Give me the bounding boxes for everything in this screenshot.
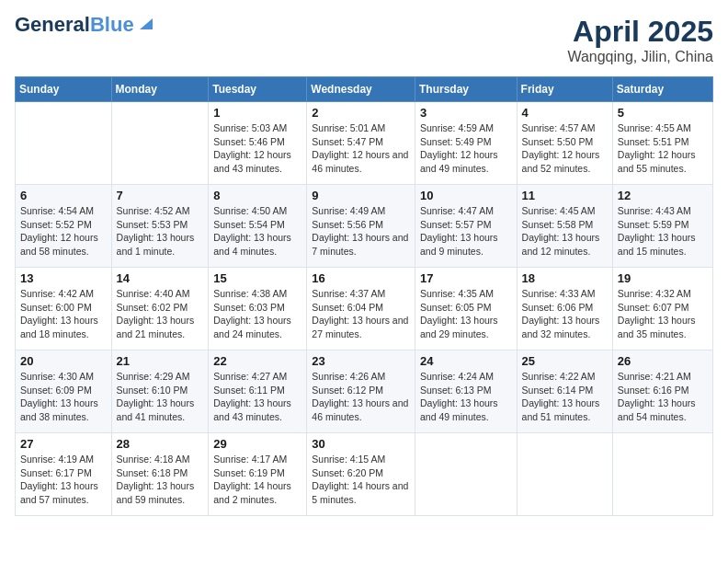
svg-marker-0 [140, 18, 153, 29]
day-info: Sunrise: 4:50 AMSunset: 5:54 PMDaylight:… [213, 204, 301, 259]
calendar-cell: 21Sunrise: 4:29 AMSunset: 6:10 PMDayligh… [111, 350, 209, 433]
calendar-cell [415, 433, 517, 516]
day-info: Sunrise: 4:19 AMSunset: 6:17 PMDaylight:… [20, 453, 107, 507]
page-subtitle: Wangqing, Jilin, China [567, 49, 713, 65]
day-number: 29 [213, 437, 301, 451]
day-info: Sunrise: 4:52 AMSunset: 5:53 PMDaylight:… [117, 204, 204, 259]
calendar-cell: 13Sunrise: 4:42 AMSunset: 6:00 PMDayligh… [16, 268, 112, 350]
calendar-cell [612, 433, 712, 516]
calendar-cell: 3Sunrise: 4:59 AMSunset: 5:49 PMDaylight… [415, 102, 517, 185]
day-number: 15 [213, 271, 301, 285]
day-info: Sunrise: 4:37 AMSunset: 6:04 PMDaylight:… [312, 287, 410, 341]
day-info: Sunrise: 4:26 AMSunset: 6:12 PMDaylight:… [312, 370, 410, 424]
day-number: 18 [522, 271, 608, 285]
weekday-header: Friday [517, 77, 612, 102]
logo-text: GeneralBlue [15, 15, 134, 35]
weekday-header: Thursday [415, 77, 517, 102]
calendar-cell: 18Sunrise: 4:33 AMSunset: 6:06 PMDayligh… [517, 268, 612, 350]
calendar-week-row: 27Sunrise: 4:19 AMSunset: 6:17 PMDayligh… [16, 433, 713, 516]
calendar-cell: 29Sunrise: 4:17 AMSunset: 6:19 PMDayligh… [209, 433, 307, 516]
calendar-cell [517, 433, 612, 516]
day-number: 1 [213, 106, 301, 120]
calendar-week-row: 13Sunrise: 4:42 AMSunset: 6:00 PMDayligh… [16, 268, 713, 350]
weekday-header: Sunday [16, 77, 112, 102]
calendar-header-row: SundayMondayTuesdayWednesdayThursdayFrid… [16, 77, 713, 102]
day-number: 17 [420, 271, 512, 285]
calendar-cell: 6Sunrise: 4:54 AMSunset: 5:52 PMDaylight… [16, 185, 112, 268]
weekday-header: Monday [111, 77, 209, 102]
weekday-header: Wednesday [307, 77, 415, 102]
day-info: Sunrise: 4:29 AMSunset: 6:10 PMDaylight:… [117, 370, 204, 424]
calendar-week-row: 20Sunrise: 4:30 AMSunset: 6:09 PMDayligh… [16, 350, 713, 433]
day-info: Sunrise: 4:22 AMSunset: 6:14 PMDaylight:… [522, 370, 608, 424]
day-number: 13 [20, 271, 107, 285]
calendar-cell: 26Sunrise: 4:21 AMSunset: 6:16 PMDayligh… [612, 350, 712, 433]
title-block: April 2025 Wangqing, Jilin, China [567, 15, 713, 65]
day-info: Sunrise: 4:55 AMSunset: 5:51 PMDaylight:… [618, 121, 708, 176]
day-number: 5 [618, 106, 708, 120]
day-number: 27 [20, 437, 107, 451]
day-number: 6 [20, 189, 107, 202]
calendar-cell: 28Sunrise: 4:18 AMSunset: 6:18 PMDayligh… [111, 433, 209, 516]
calendar-cell: 7Sunrise: 4:52 AMSunset: 5:53 PMDaylight… [111, 185, 209, 268]
logo-icon [136, 13, 156, 33]
day-info: Sunrise: 5:03 AMSunset: 5:46 PMDaylight:… [213, 121, 301, 176]
day-number: 11 [522, 189, 608, 202]
calendar-cell: 8Sunrise: 4:50 AMSunset: 5:54 PMDaylight… [209, 185, 307, 268]
day-info: Sunrise: 4:57 AMSunset: 5:50 PMDaylight:… [522, 121, 608, 176]
calendar-cell: 2Sunrise: 5:01 AMSunset: 5:47 PMDaylight… [307, 102, 415, 185]
day-number: 30 [312, 437, 410, 451]
calendar-week-row: 6Sunrise: 4:54 AMSunset: 5:52 PMDaylight… [16, 185, 713, 268]
day-number: 4 [522, 106, 608, 120]
day-number: 14 [117, 271, 204, 285]
calendar-cell: 14Sunrise: 4:40 AMSunset: 6:02 PMDayligh… [111, 268, 209, 350]
day-info: Sunrise: 4:21 AMSunset: 6:16 PMDaylight:… [618, 370, 708, 424]
day-info: Sunrise: 4:54 AMSunset: 5:52 PMDaylight:… [20, 204, 107, 259]
day-number: 26 [618, 354, 708, 368]
day-number: 16 [312, 271, 410, 285]
logo: GeneralBlue [15, 15, 156, 35]
calendar-cell: 15Sunrise: 4:38 AMSunset: 6:03 PMDayligh… [209, 268, 307, 350]
day-number: 20 [20, 354, 107, 368]
calendar-cell: 30Sunrise: 4:15 AMSunset: 6:20 PMDayligh… [307, 433, 415, 516]
weekday-header: Tuesday [209, 77, 307, 102]
day-info: Sunrise: 4:59 AMSunset: 5:49 PMDaylight:… [420, 121, 512, 176]
day-number: 9 [312, 189, 410, 202]
calendar-cell: 23Sunrise: 4:26 AMSunset: 6:12 PMDayligh… [307, 350, 415, 433]
page-title: April 2025 [567, 15, 713, 49]
calendar-table: SundayMondayTuesdayWednesdayThursdayFrid… [15, 76, 713, 516]
day-info: Sunrise: 4:15 AMSunset: 6:20 PMDaylight:… [312, 453, 410, 507]
calendar-cell: 17Sunrise: 4:35 AMSunset: 6:05 PMDayligh… [415, 268, 517, 350]
day-number: 28 [117, 437, 204, 451]
day-number: 7 [117, 189, 204, 202]
day-info: Sunrise: 4:24 AMSunset: 6:13 PMDaylight:… [420, 370, 512, 424]
day-info: Sunrise: 5:01 AMSunset: 5:47 PMDaylight:… [312, 121, 410, 176]
day-number: 24 [420, 354, 512, 368]
day-info: Sunrise: 4:47 AMSunset: 5:57 PMDaylight:… [420, 204, 512, 259]
calendar-cell: 22Sunrise: 4:27 AMSunset: 6:11 PMDayligh… [209, 350, 307, 433]
day-info: Sunrise: 4:35 AMSunset: 6:05 PMDaylight:… [420, 287, 512, 341]
calendar-cell: 11Sunrise: 4:45 AMSunset: 5:58 PMDayligh… [517, 185, 612, 268]
calendar-cell: 4Sunrise: 4:57 AMSunset: 5:50 PMDaylight… [517, 102, 612, 185]
day-info: Sunrise: 4:27 AMSunset: 6:11 PMDaylight:… [213, 370, 301, 424]
day-info: Sunrise: 4:43 AMSunset: 5:59 PMDaylight:… [618, 204, 708, 259]
day-number: 12 [618, 189, 708, 202]
calendar-cell: 10Sunrise: 4:47 AMSunset: 5:57 PMDayligh… [415, 185, 517, 268]
day-number: 3 [420, 106, 512, 120]
day-number: 22 [213, 354, 301, 368]
day-info: Sunrise: 4:40 AMSunset: 6:02 PMDaylight:… [117, 287, 204, 341]
calendar-cell: 12Sunrise: 4:43 AMSunset: 5:59 PMDayligh… [612, 185, 712, 268]
day-info: Sunrise: 4:32 AMSunset: 6:07 PMDaylight:… [618, 287, 708, 341]
day-number: 25 [522, 354, 608, 368]
calendar-cell: 20Sunrise: 4:30 AMSunset: 6:09 PMDayligh… [16, 350, 112, 433]
calendar-cell: 9Sunrise: 4:49 AMSunset: 5:56 PMDaylight… [307, 185, 415, 268]
calendar-cell [16, 102, 112, 185]
day-number: 10 [420, 189, 512, 202]
calendar-cell: 19Sunrise: 4:32 AMSunset: 6:07 PMDayligh… [612, 268, 712, 350]
calendar-week-row: 1Sunrise: 5:03 AMSunset: 5:46 PMDaylight… [16, 102, 713, 185]
day-info: Sunrise: 4:38 AMSunset: 6:03 PMDaylight:… [213, 287, 301, 341]
day-info: Sunrise: 4:18 AMSunset: 6:18 PMDaylight:… [117, 453, 204, 507]
day-number: 8 [213, 189, 301, 202]
day-info: Sunrise: 4:33 AMSunset: 6:06 PMDaylight:… [522, 287, 608, 341]
day-info: Sunrise: 4:49 AMSunset: 5:56 PMDaylight:… [312, 204, 410, 259]
